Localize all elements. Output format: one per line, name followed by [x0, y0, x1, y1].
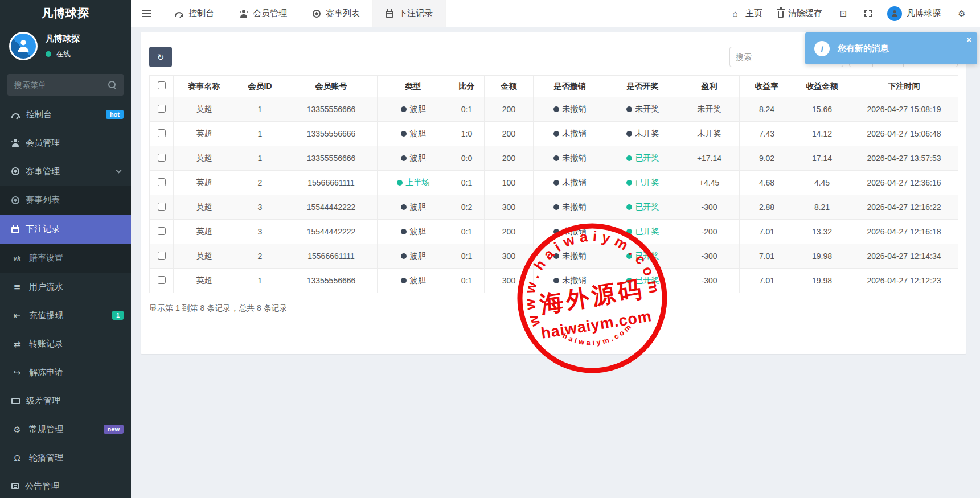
sidebar-item-members[interactable]: 会员管理: [0, 129, 131, 157]
row-checkbox[interactable]: [158, 227, 166, 235]
sidebar-item-level-diff[interactable]: 级差管理: [0, 386, 131, 415]
sidebar-item-label: 会员管理: [26, 138, 124, 149]
status-label: 上半场: [406, 178, 430, 187]
soccer-icon: [11, 196, 19, 204]
cell-prize: 已开奖: [606, 269, 679, 293]
carousel-icon: Ω: [11, 453, 23, 462]
column-header: 会员ID: [235, 76, 285, 97]
status-dot: [553, 253, 559, 259]
row-checkbox[interactable]: [158, 154, 166, 162]
top-navbar: 控制台会员管理赛事列表下注记录 ⌂ 主页 清除缓存 ⊡ 凡博球探 ⚙: [131, 0, 980, 27]
tab-match-list[interactable]: 赛事列表: [300, 0, 373, 27]
column-header: 是否开奖: [606, 76, 679, 97]
cell-league: 英超: [174, 244, 235, 269]
cell-member_id: 2: [235, 244, 285, 269]
sidebar-item-transfer-records[interactable]: ⇄转账记录: [0, 330, 131, 358]
fullscreen-icon: [864, 10, 872, 17]
cell-income: 4.45: [794, 171, 850, 195]
table-row: 英超113355556666波胆1:0200未撤销未开奖未开奖7.4314.12…: [150, 122, 958, 146]
sidebar-item-unfreeze-apply[interactable]: ↪解冻申请: [0, 358, 131, 386]
sidebar-toggle-button[interactable]: [131, 0, 162, 27]
row-checkbox[interactable]: [158, 105, 166, 113]
clear-cache-label: 清除缓存: [788, 8, 822, 19]
exchange-icon: ⇄: [11, 339, 23, 348]
cell-account: 15566661111: [285, 171, 378, 195]
status-label: 已开奖: [635, 153, 659, 162]
row-checkbox[interactable]: [158, 252, 166, 260]
column-header: 收益金额: [794, 76, 850, 97]
cell-select: [150, 146, 174, 171]
sidebar-search-input[interactable]: [7, 74, 124, 96]
clear-cache-button[interactable]: 清除缓存: [778, 8, 822, 19]
status-label: 未开奖: [635, 104, 659, 113]
sidebar: 凡博球探 凡博球探 在线 控制台hot会员管理赛事管理赛事列表下注记录vk赔率设…: [0, 0, 131, 498]
row-checkbox[interactable]: [158, 203, 166, 211]
status-dot: [626, 204, 632, 210]
sidebar-item-notice-manage[interactable]: 公告管理: [0, 472, 131, 498]
gears-icon: ⚙: [11, 425, 23, 434]
status-dot: [401, 155, 407, 161]
calendar-icon: [386, 11, 393, 18]
column-header: 赛事名称: [174, 76, 235, 97]
refresh-button[interactable]: ↻: [149, 47, 172, 67]
cell-income: 19.98: [794, 244, 850, 269]
bet-records-card: ↻ ≣▦▾↧▾ 赛事名称会员ID会员账号类型比分金额是否撤销是否开奖盈利收益率收…: [141, 32, 966, 354]
search-icon: [108, 81, 116, 89]
cell-score: 0:1: [449, 269, 485, 293]
cell-type: 波胆: [378, 97, 449, 122]
row-checkbox[interactable]: [158, 129, 166, 137]
sidebar-item-carousel-manage[interactable]: Ω轮播管理: [0, 443, 131, 472]
table-row: 英超315544442222波胆0:2300未撤销已开奖-3002.888.21…: [150, 195, 958, 220]
status-label: 未撤销: [563, 202, 587, 211]
tab-bet-records[interactable]: 下注记录: [373, 0, 446, 27]
cell-time: 2026-04-27 12:16:18: [850, 220, 958, 244]
cell-account: 13355556666: [285, 122, 378, 146]
cell-amount: 200: [485, 122, 534, 146]
user-menu[interactable]: 凡博球探: [887, 6, 941, 21]
cell-prize: 未开奖: [606, 122, 679, 146]
status-label: 波胆: [410, 275, 426, 285]
select-all-header: [150, 76, 174, 97]
clipboard-button[interactable]: ⊡: [838, 9, 849, 18]
status-dot: [401, 131, 407, 137]
cell-type: 波胆: [378, 220, 449, 244]
status-label: 未撤销: [563, 275, 587, 285]
settings-button[interactable]: ⚙: [956, 9, 967, 18]
tab-dashboard[interactable]: 控制台: [162, 0, 227, 27]
sidebar-item-match-list[interactable]: 赛事列表: [0, 186, 131, 215]
cell-score: 0:1: [449, 97, 485, 122]
cell-revoked: 未撤销: [534, 244, 606, 269]
tab-members[interactable]: 会员管理: [227, 0, 300, 27]
sidebar-item-general-manage[interactable]: ⚙常规管理new: [0, 415, 131, 443]
status-dot: [626, 106, 632, 112]
sidebar-item-matches[interactable]: 赛事管理: [0, 157, 131, 186]
home-button[interactable]: ⌂ 主页: [729, 8, 762, 19]
select-all-checkbox[interactable]: [158, 81, 166, 89]
sidebar-item-dashboard[interactable]: 控制台hot: [0, 100, 131, 129]
menu-badge: new: [104, 425, 124, 434]
toast-close-button[interactable]: ×: [966, 35, 971, 44]
fullscreen-button[interactable]: [864, 10, 872, 17]
sidebar-item-recharge-withdraw[interactable]: ⇤充值提现1: [0, 301, 131, 330]
table-record-summary: 显示第 1 到第 8 条记录，总共 8 条记录: [149, 303, 958, 314]
column-header: 金额: [485, 76, 534, 97]
cell-profit: -300: [679, 244, 740, 269]
sidebar-item-bet-records[interactable]: 下注记录: [0, 215, 131, 244]
cell-rate: 7.01: [740, 220, 794, 244]
tab-label: 赛事列表: [326, 8, 360, 19]
sidebar-item-odds-settings[interactable]: vk赔率设置: [0, 244, 131, 273]
cell-amount: 300: [485, 244, 534, 269]
row-checkbox[interactable]: [158, 178, 166, 186]
row-checkbox[interactable]: [158, 276, 166, 284]
cell-prize: 已开奖: [606, 195, 679, 220]
navbar-tabs: 控制台会员管理赛事列表下注记录: [162, 0, 446, 27]
status-dot: [626, 131, 632, 137]
cell-account: 15544442222: [285, 220, 378, 244]
sidebar-item-user-stream[interactable]: ≣用户流水: [0, 273, 131, 301]
cell-profit: -300: [679, 195, 740, 220]
cell-revoked: 未撤销: [534, 122, 606, 146]
list-icon: ≣: [11, 282, 23, 291]
table-header-row: 赛事名称会员ID会员账号类型比分金额是否撤销是否开奖盈利收益率收益金额下注时间: [150, 76, 958, 97]
cell-rate: 2.88: [740, 195, 794, 220]
status-dot: [553, 180, 559, 186]
